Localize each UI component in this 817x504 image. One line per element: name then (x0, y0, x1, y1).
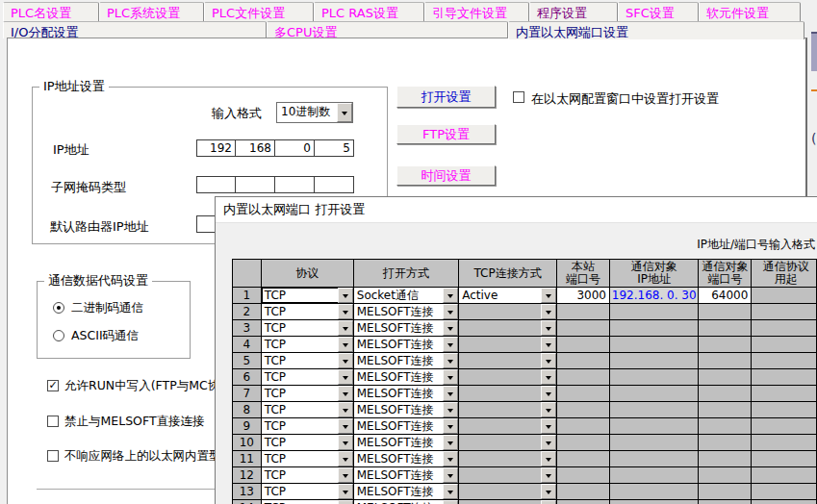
open-method-dropdown[interactable]: MELSOFT连接 (353, 337, 458, 353)
protocol-dropdown[interactable]: TCP (261, 467, 353, 484)
chevron-down-icon[interactable] (443, 418, 458, 434)
tcp-mode-dropdown[interactable] (459, 451, 557, 467)
tcp-mode-dropdown[interactable] (459, 304, 557, 320)
subnet-mask-octet-4[interactable] (315, 176, 354, 193)
subnet-mask-octet-2[interactable] (236, 176, 275, 193)
chevron-down-icon[interactable] (443, 304, 458, 319)
tab-builtin-ethernet-port[interactable]: 内置以太网端口设置 (508, 21, 804, 39)
protocol-dropdown[interactable]: TCP (261, 418, 353, 435)
chevron-down-icon[interactable] (337, 103, 352, 122)
chevron-down-icon[interactable] (338, 500, 353, 504)
chevron-down-icon[interactable] (338, 467, 353, 483)
chevron-down-icon[interactable] (443, 467, 458, 483)
protocol-dropdown[interactable]: TCP (261, 451, 353, 467)
tab-sfc[interactable]: SFC设置 (618, 2, 699, 21)
time-settings-button[interactable]: 时间设置 (396, 165, 496, 186)
ip-address-octet-2[interactable]: 168 (236, 139, 275, 157)
chevron-down-icon[interactable] (338, 418, 353, 434)
tab-device[interactable]: 软元件设置 (699, 2, 801, 21)
tcp-mode-dropdown[interactable] (459, 369, 557, 386)
protocol-dropdown[interactable]: TCP (261, 435, 353, 451)
chevron-down-icon[interactable] (541, 369, 556, 385)
open-method-dropdown[interactable]: MELSOFT连接 (353, 418, 458, 435)
open-method-dropdown[interactable]: MELSOFT连接 (353, 451, 458, 467)
open-method-dropdown[interactable]: MELSOFT连接 (353, 320, 458, 337)
chevron-down-icon[interactable] (338, 337, 353, 352)
tcp-mode-dropdown[interactable] (459, 418, 557, 435)
tcp-mode-dropdown[interactable]: Active (459, 288, 557, 304)
ip-address-octet-4[interactable]: 5 (315, 139, 354, 157)
chevron-down-icon[interactable] (338, 353, 353, 368)
target-ip-cell[interactable]: 192.168. 0. 30 (610, 288, 699, 304)
tab-plc-system[interactable]: PLC系统设置 (99, 2, 204, 21)
open-method-dropdown[interactable]: MELSOFT连接 (353, 435, 458, 451)
chevron-down-icon[interactable] (338, 288, 353, 303)
open-method-dropdown[interactable]: MELSOFT连接 (353, 353, 458, 369)
subnet-mask-octet-1[interactable] (196, 176, 236, 193)
tab-multi-cpu[interactable]: 多CPU设置 (267, 21, 508, 38)
chevron-down-icon[interactable] (443, 288, 458, 303)
ip-address-octet-1[interactable]: 192 (196, 139, 236, 157)
radio-binary-code[interactable] (53, 302, 64, 314)
protocol-dropdown[interactable]: TCP (261, 369, 353, 386)
open-method-dropdown[interactable]: MELSOFT连接 (353, 484, 458, 500)
tcp-mode-dropdown[interactable] (459, 337, 557, 353)
tcp-mode-dropdown[interactable] (459, 386, 557, 402)
protocol-dropdown[interactable]: TCP (261, 353, 353, 369)
tab-plc-name[interactable]: PLC名设置 (3, 2, 99, 21)
radio-ascii-code[interactable] (53, 330, 64, 341)
open-method-dropdown[interactable]: MELSOFT连接 (353, 500, 458, 504)
chevron-down-icon[interactable] (541, 386, 556, 401)
chevron-down-icon[interactable] (541, 320, 556, 336)
chevron-down-icon[interactable] (443, 353, 458, 368)
chevron-down-icon[interactable] (541, 353, 556, 368)
tcp-mode-dropdown[interactable] (459, 467, 557, 484)
chevron-down-icon[interactable] (338, 402, 353, 417)
chevron-down-icon[interactable] (541, 337, 556, 352)
tab-plc-ras[interactable]: PLC RAS设置 (314, 2, 424, 21)
chevron-down-icon[interactable] (541, 467, 556, 483)
chevron-down-icon[interactable] (541, 500, 556, 504)
open-method-dropdown[interactable]: MELSOFT连接 (353, 369, 458, 386)
local-port-cell[interactable]: 3000 (557, 288, 610, 304)
chevron-down-icon[interactable] (443, 320, 458, 336)
run-write-checkbox[interactable]: ✓ (47, 380, 59, 391)
chevron-down-icon[interactable] (541, 435, 556, 450)
chevron-down-icon[interactable] (338, 484, 353, 499)
subnet-mask-octet-3[interactable] (275, 176, 315, 193)
open-method-dropdown[interactable]: MELSOFT连接 (353, 467, 458, 484)
chevron-down-icon[interactable] (443, 500, 458, 504)
chevron-down-icon[interactable] (541, 402, 556, 417)
open-method-dropdown[interactable]: MELSOFT连接 (353, 304, 458, 320)
open-method-dropdown[interactable]: MELSOFT连接 (353, 386, 458, 402)
no-response-checkbox[interactable] (47, 450, 59, 462)
tcp-mode-dropdown[interactable] (459, 484, 557, 500)
chevron-down-icon[interactable] (443, 337, 458, 352)
open-settings-button[interactable]: 打开设置 (396, 86, 496, 108)
tab-plc-file[interactable]: PLC文件设置 (204, 2, 314, 21)
tab-boot-file[interactable]: 引导文件设置 (424, 2, 529, 21)
ftp-settings-button[interactable]: FTP设置 (396, 124, 496, 144)
chevron-down-icon[interactable] (443, 386, 458, 401)
tcp-mode-dropdown[interactable] (459, 402, 557, 418)
tcp-mode-dropdown[interactable] (459, 353, 557, 369)
target-port-cell[interactable]: 64000 (699, 288, 752, 304)
chevron-down-icon[interactable] (338, 320, 353, 336)
chevron-down-icon[interactable] (443, 369, 458, 385)
open-method-dropdown[interactable]: Socket通信 (353, 288, 458, 304)
chevron-down-icon[interactable] (338, 451, 353, 466)
ip-address-octet-3[interactable]: 0 (275, 139, 315, 157)
chevron-down-icon[interactable] (443, 402, 458, 417)
chevron-down-icon[interactable] (541, 451, 556, 466)
tcp-mode-dropdown[interactable] (459, 500, 557, 504)
chevron-down-icon[interactable] (541, 484, 556, 499)
protocol-dropdown[interactable]: TCP (261, 484, 353, 500)
protocol-dropdown[interactable]: TCP (261, 337, 353, 353)
melsoft-direct-disable-checkbox[interactable] (47, 416, 59, 427)
protocol-dropdown[interactable]: TCP (261, 402, 353, 418)
ethernet-config-checkbox[interactable] (513, 91, 524, 103)
chevron-down-icon[interactable] (338, 386, 353, 401)
chevron-down-icon[interactable] (338, 304, 353, 319)
chevron-down-icon[interactable] (443, 484, 458, 499)
chevron-down-icon[interactable] (541, 304, 556, 319)
